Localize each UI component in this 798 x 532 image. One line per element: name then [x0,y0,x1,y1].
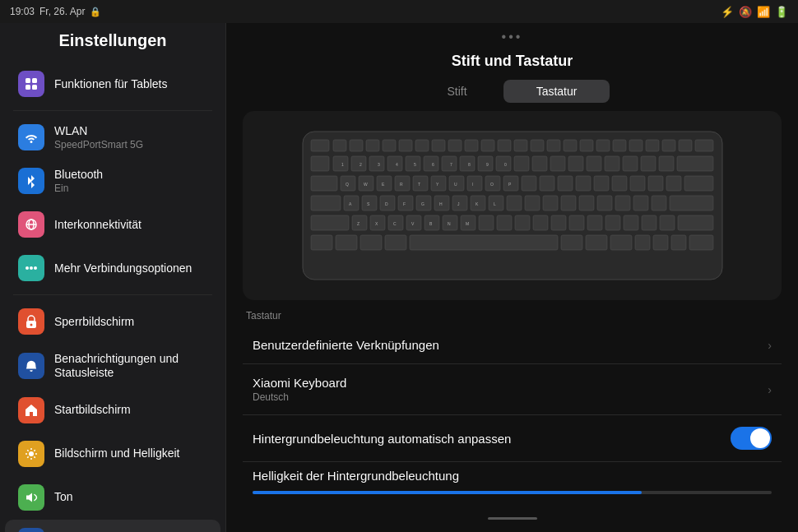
sidebar-item-funktionen[interactable]: Funktionen für Tablets [5,62,220,105]
svg-rect-85 [648,176,663,191]
three-dots[interactable]: ••• [226,23,798,44]
sidebar-item-bildschirm[interactable]: Bildschirm und Helligkeit [5,433,220,475]
svg-point-8 [30,266,33,270]
sidebar-title: Einstellungen [0,23,225,62]
battery-icon: 🔋 [775,6,788,18]
sidebar-item-ton[interactable]: Ton [5,476,220,519]
svg-rect-84 [630,176,645,191]
svg-text:L: L [494,201,496,206]
helligkeit-slider-track[interactable] [253,491,772,494]
wlan-sublabel: SpeedPortSmart 5G [54,139,207,150]
sidebar-item-interkonnektivitaet[interactable]: Interkonnektivität [5,203,220,246]
svg-rect-38 [580,140,593,151]
sidebar-item-benachrichtigungen[interactable]: Benachrichtigungen und Statusleiste [5,344,220,388]
svg-rect-99 [525,196,540,210]
startbildschirm-label: Startbildschirm [54,403,207,417]
svg-rect-138 [671,235,686,250]
svg-rect-133 [561,235,582,250]
hintergrundbeleuchtung-auto-toggle[interactable] [731,427,772,450]
svg-rect-23 [333,140,346,151]
chevron-icon-2: › [768,383,772,396]
ton-label: Ton [54,490,207,504]
svg-rect-80 [558,176,573,191]
svg-rect-134 [586,235,607,250]
svg-rect-82 [594,176,609,191]
svg-text:6: 6 [432,162,434,167]
svg-point-7 [26,266,29,270]
benachrichtigungen-label: Benachrichtigungen und Statusleiste [54,352,207,380]
svg-text:8: 8 [468,162,471,167]
tabs-container: Stift Tastatur [226,75,798,111]
svg-rect-49 [369,156,384,171]
sidebar-item-mehr-verbindungsoptionen[interactable]: Mehr Verbindungsoptionen [5,247,220,289]
svg-rect-52 [424,156,438,171]
svg-text:N: N [448,221,451,226]
svg-rect-135 [610,235,632,250]
svg-text:W: W [364,182,368,187]
bottom-bar [488,517,537,520]
sidebar-item-stift-tastatur[interactable]: Stift und Tastatur [5,520,220,532]
svg-rect-24 [350,140,363,151]
ton-icon [18,484,44,511]
svg-rect-53 [442,156,457,171]
svg-rect-95 [452,196,467,210]
helligkeit-slider-fill [253,491,642,494]
svg-rect-47 [333,156,348,171]
svg-text:M: M [466,221,469,226]
svg-rect-108 [311,215,349,230]
tab-stift[interactable]: Stift [415,80,500,103]
svg-rect-32 [481,140,494,151]
svg-rect-119 [533,215,548,230]
svg-rect-97 [489,196,503,210]
helligkeit-slider-container: Helligkeit der Hintergrundbeleuchtung [243,462,782,506]
svg-rect-130 [360,235,382,250]
svg-rect-128 [311,235,332,250]
sperrbildschirm-icon [18,308,44,335]
svg-rect-139 [689,235,713,250]
sidebar-item-sperrbildschirm[interactable]: Sperrbildschirm [5,300,220,343]
sidebar-item-wlan[interactable]: WLAN SpeedPortSmart 5G [5,116,220,159]
hintergrundbeleuchtung-auto-label: Hintergrundbeleuchtung automatisch anpas… [253,432,731,446]
svg-rect-117 [497,215,512,230]
chevron-icon-1: › [768,339,772,352]
sidebar-item-bluetooth[interactable]: Bluetooth Ein [5,160,220,202]
tab-tastatur[interactable]: Tastatur [503,80,610,103]
settings-item-xiaomi-keyboard[interactable]: Xiaomi Keyboard Deutsch › [243,364,782,415]
svg-text:7: 7 [450,162,452,167]
svg-rect-81 [576,176,591,191]
svg-point-12 [29,451,34,456]
svg-rect-1 [32,78,37,83]
svg-rect-25 [366,140,379,151]
svg-rect-129 [336,235,357,250]
svg-rect-51 [406,156,420,171]
svg-text:G: G [421,201,425,206]
interkonnektivitaet-icon [18,211,44,238]
content-title: Stift und Tastatur [452,53,573,70]
svg-rect-103 [597,196,612,210]
wlan-label: WLAN [54,124,207,138]
section-label: Tastatur [246,310,782,322]
main-layout: Einstellungen Funktionen für Tablets WLA… [0,23,798,532]
svg-rect-59 [550,156,565,171]
svg-rect-75 [467,176,482,191]
svg-text:U: U [454,182,457,187]
svg-rect-105 [633,196,648,210]
svg-rect-42 [646,140,659,151]
settings-item-hintergrundbeleuchtung-auto[interactable]: Hintergrundbeleuchtung automatisch anpas… [243,415,782,462]
svg-rect-121 [569,215,584,230]
svg-rect-88 [311,196,341,210]
wifi-icon: 📶 [757,6,770,18]
sperrbildschirm-label: Sperrbildschirm [54,315,207,329]
svg-rect-36 [547,140,560,151]
settings-item-benutzerdefinierte-verknuepfungen[interactable]: Benutzerdefinierte Verknüpfungen › [243,326,782,364]
svg-rect-64 [641,156,656,171]
svg-rect-30 [448,140,462,151]
sidebar-item-startbildschirm[interactable]: Startbildschirm [5,389,220,432]
svg-rect-54 [460,156,475,171]
svg-rect-100 [543,196,558,210]
mehr-verbindungsoptionen-icon [18,255,44,281]
svg-rect-83 [612,176,627,191]
keyboard-image: 12 34 56 78 90 QW ER TY UI OP AS DF GH J… [299,127,726,284]
svg-rect-58 [532,156,547,171]
svg-text:O: O [490,182,494,187]
